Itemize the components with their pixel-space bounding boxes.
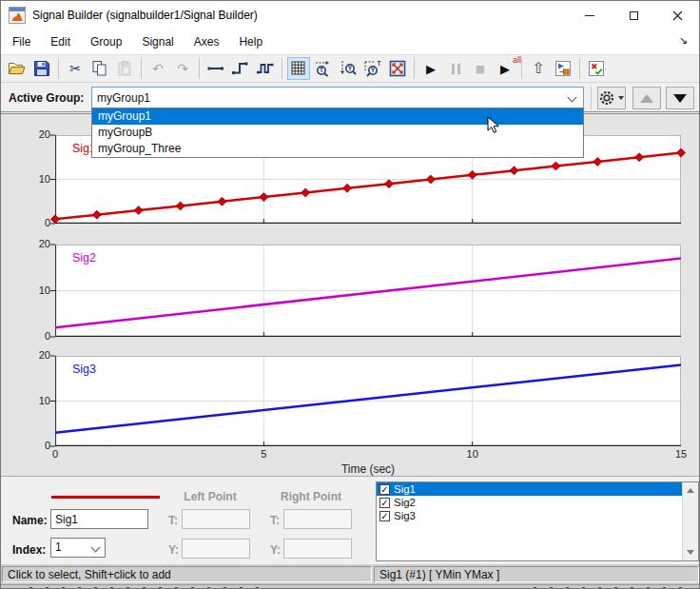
- right-t-input[interactable]: [283, 509, 352, 529]
- index-value: 1: [55, 540, 62, 554]
- fit-to-view-icon: [388, 59, 407, 78]
- window-title: Signal Builder (signalbuilder1/Signal Bu…: [32, 9, 258, 22]
- triangle-up-icon: [687, 488, 694, 493]
- start-simulation-button[interactable]: ▶: [419, 57, 442, 80]
- menu-signal[interactable]: Signal: [132, 31, 183, 53]
- menu-help[interactable]: Help: [229, 31, 272, 53]
- y-tick-label: 0: [26, 217, 50, 228]
- data-point-marker[interactable]: [635, 153, 644, 162]
- data-point-marker[interactable]: [552, 162, 560, 170]
- index-select[interactable]: 1: [50, 538, 106, 558]
- pause-simulation-button[interactable]: [444, 57, 467, 80]
- left-t-input[interactable]: [182, 509, 250, 529]
- move-group-down-button[interactable]: [666, 87, 694, 109]
- signal-list-item-sig1[interactable]: ✓Sig1: [377, 482, 682, 496]
- data-point-marker[interactable]: [343, 184, 352, 192]
- zoom-time-y-icon: T Y: [363, 59, 382, 78]
- data-point-marker[interactable]: [51, 215, 60, 224]
- sig1-trace[interactable]: [55, 153, 681, 220]
- data-point-marker[interactable]: [384, 180, 393, 188]
- paste-icon: [115, 59, 134, 78]
- data-point-marker[interactable]: [92, 210, 101, 219]
- signal-list-label: Sig3: [394, 510, 416, 521]
- sig3-trace[interactable]: [55, 365, 681, 433]
- group-option-myGroup1[interactable]: myGroup1: [92, 108, 583, 125]
- checkbox-icon[interactable]: ✓: [379, 484, 390, 495]
- draw-step-button[interactable]: [229, 57, 252, 80]
- data-point-marker[interactable]: [218, 197, 226, 206]
- zoom-time-button[interactable]: T: [312, 57, 335, 80]
- undo-button[interactable]: ↶: [146, 57, 169, 80]
- zoom-y-button[interactable]: Y: [337, 57, 360, 80]
- group-options-button[interactable]: [597, 87, 626, 109]
- sig2-trace[interactable]: [55, 259, 681, 328]
- data-point-marker[interactable]: [301, 188, 310, 197]
- y-tick-label: 20: [26, 238, 50, 249]
- data-point-marker[interactable]: [426, 175, 435, 184]
- menu-file[interactable]: File: [3, 31, 40, 53]
- up-arrow-icon: ⇧: [532, 61, 544, 76]
- run-all-button[interactable]: ▶ all: [494, 57, 516, 80]
- stop-simulation-button[interactable]: ■: [469, 57, 492, 80]
- draw-line-button[interactable]: [204, 57, 227, 80]
- data-point-marker[interactable]: [176, 202, 185, 210]
- menu-group[interactable]: Group: [81, 31, 131, 53]
- open-button[interactable]: [6, 57, 29, 80]
- menu-axes[interactable]: Axes: [185, 31, 229, 53]
- fit-to-view-button[interactable]: [386, 57, 409, 80]
- title-bar: Signal Builder (signalbuilder1/Signal Bu…: [1, 1, 699, 29]
- x-tick-label: 5: [249, 448, 278, 460]
- go-to-block-button[interactable]: [552, 57, 574, 80]
- data-point-marker[interactable]: [468, 170, 476, 179]
- group-option-myGroup_Three[interactable]: myGroup_Three: [92, 141, 583, 157]
- data-point-marker[interactable]: [677, 148, 686, 157]
- move-group-up-button[interactable]: [632, 87, 661, 109]
- checkbox-icon[interactable]: ✓: [379, 511, 390, 521]
- paste-button[interactable]: [113, 57, 136, 80]
- save-button[interactable]: [30, 57, 53, 80]
- signal-list-label: Sig1: [394, 483, 416, 495]
- toolbar-separator: [199, 58, 200, 79]
- svg-text:Y: Y: [348, 65, 353, 71]
- output-options-button[interactable]: [585, 57, 608, 80]
- close-button[interactable]: [655, 1, 699, 29]
- group-option-myGroupB[interactable]: myGroupB: [92, 125, 583, 141]
- scrollbar[interactable]: [682, 482, 698, 560]
- y-tick-label: 20: [26, 128, 50, 140]
- copy-button[interactable]: [88, 57, 111, 80]
- save-floppy-icon: [32, 59, 51, 78]
- signal-list-item-sig3[interactable]: ✓Sig3: [377, 509, 682, 522]
- zoom-y-icon: Y: [339, 59, 358, 78]
- signal-list-item-sig2[interactable]: ✓Sig2: [377, 496, 682, 509]
- toolbar-separator: [579, 58, 580, 79]
- redo-button[interactable]: ↷: [171, 57, 194, 80]
- data-point-marker[interactable]: [134, 206, 143, 215]
- data-point-marker[interactable]: [510, 167, 518, 175]
- scroll-up-button[interactable]: [683, 483, 698, 498]
- toolbar-separator: [282, 58, 282, 79]
- axes-sig2[interactable]: [55, 245, 681, 337]
- checkbox-icon[interactable]: ✓: [379, 498, 390, 508]
- toolbar-separator: [414, 58, 415, 79]
- signal-list-box: ✓Sig1✓Sig2✓Sig3: [376, 481, 699, 561]
- svg-text:T: T: [378, 60, 381, 67]
- dock-arrow-icon[interactable]: ↘: [679, 34, 688, 47]
- snap-to-grid-button[interactable]: [287, 57, 310, 80]
- cut-button[interactable]: ✂: [64, 57, 87, 80]
- gear-icon: [599, 89, 616, 107]
- zoom-time-y-button[interactable]: T Y: [361, 57, 384, 80]
- name-input[interactable]: [50, 509, 148, 529]
- active-group-combobox[interactable]: myGroup1: [91, 87, 584, 109]
- axes-sig3[interactable]: [55, 356, 681, 446]
- maximize-button[interactable]: [612, 1, 655, 29]
- data-point-marker[interactable]: [260, 193, 268, 202]
- minimize-button[interactable]: [568, 1, 612, 29]
- left-y-input[interactable]: [182, 539, 250, 559]
- run-all-label: all: [513, 55, 521, 65]
- draw-pulse-button[interactable]: [254, 57, 277, 80]
- up-to-parent-button[interactable]: ⇧: [527, 57, 550, 80]
- right-y-input[interactable]: [283, 539, 352, 559]
- scroll-down-button[interactable]: [683, 545, 698, 560]
- menu-edit[interactable]: Edit: [41, 31, 80, 53]
- data-point-marker[interactable]: [593, 157, 602, 166]
